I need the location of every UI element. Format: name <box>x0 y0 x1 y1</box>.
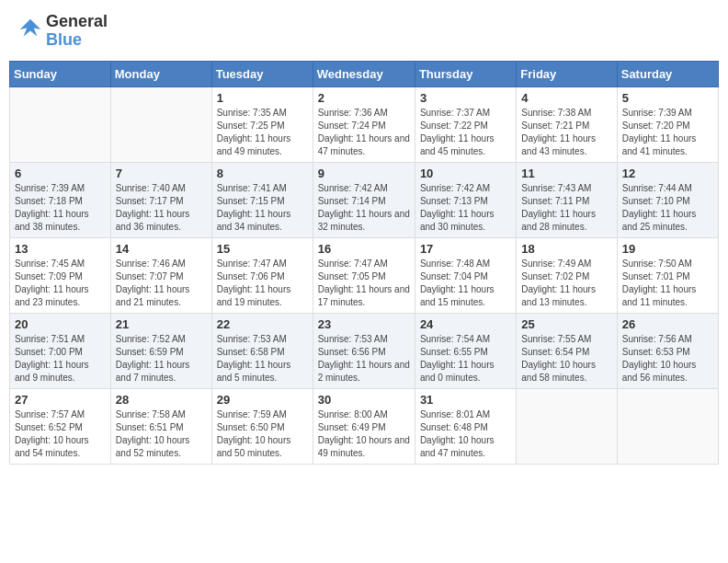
calendar-cell: 8Sunrise: 7:41 AM Sunset: 7:15 PM Daylig… <box>211 162 313 237</box>
day-info: Sunrise: 7:57 AM Sunset: 6:52 PM Dayligh… <box>15 408 106 460</box>
calendar-header-monday: Monday <box>110 61 211 86</box>
day-number: 29 <box>217 393 308 407</box>
calendar-cell: 15Sunrise: 7:47 AM Sunset: 7:06 PM Dayli… <box>211 237 313 313</box>
logo-text: General Blue <box>46 13 108 50</box>
calendar-cell: 9Sunrise: 7:42 AM Sunset: 7:14 PM Daylig… <box>313 162 415 237</box>
day-number: 4 <box>521 91 611 105</box>
day-info: Sunrise: 7:43 AM Sunset: 7:11 PM Dayligh… <box>521 182 611 234</box>
calendar-cell: 19Sunrise: 7:50 AM Sunset: 7:01 PM Dayli… <box>617 237 718 313</box>
svg-marker-0 <box>20 19 41 37</box>
calendar-cell: 25Sunrise: 7:55 AM Sunset: 6:54 PM Dayli… <box>517 313 617 388</box>
day-number: 20 <box>15 317 106 331</box>
calendar-cell: 16Sunrise: 7:47 AM Sunset: 7:05 PM Dayli… <box>313 237 415 313</box>
day-number: 16 <box>318 242 410 256</box>
calendar-cell: 29Sunrise: 7:59 AM Sunset: 6:50 PM Dayli… <box>211 388 313 464</box>
calendar-week-row: 20Sunrise: 7:51 AM Sunset: 7:00 PM Dayli… <box>10 313 719 388</box>
day-info: Sunrise: 7:58 AM Sunset: 6:51 PM Dayligh… <box>116 408 207 460</box>
calendar-cell: 7Sunrise: 7:40 AM Sunset: 7:17 PM Daylig… <box>110 162 211 237</box>
calendar-cell: 1Sunrise: 7:35 AM Sunset: 7:25 PM Daylig… <box>211 86 313 162</box>
calendar-cell: 21Sunrise: 7:52 AM Sunset: 6:59 PM Dayli… <box>110 313 211 388</box>
day-number: 30 <box>318 393 410 407</box>
day-info: Sunrise: 7:50 AM Sunset: 7:01 PM Dayligh… <box>622 258 713 309</box>
calendar-cell <box>10 86 111 162</box>
calendar-header-saturday: Saturday <box>617 61 718 86</box>
calendar-header-wednesday: Wednesday <box>313 61 415 86</box>
day-number: 22 <box>217 317 308 331</box>
day-info: Sunrise: 7:37 AM Sunset: 7:22 PM Dayligh… <box>420 107 511 158</box>
logo: General Blue <box>17 13 108 50</box>
day-number: 28 <box>116 393 207 407</box>
calendar-cell: 4Sunrise: 7:38 AM Sunset: 7:21 PM Daylig… <box>517 86 617 162</box>
day-info: Sunrise: 7:45 AM Sunset: 7:09 PM Dayligh… <box>15 258 106 309</box>
calendar-cell: 23Sunrise: 7:53 AM Sunset: 6:56 PM Dayli… <box>313 313 415 388</box>
calendar-cell <box>517 388 617 464</box>
calendar-cell: 26Sunrise: 7:56 AM Sunset: 6:53 PM Dayli… <box>617 313 718 388</box>
day-number: 2 <box>318 91 410 105</box>
day-number: 10 <box>420 167 511 180</box>
calendar-cell: 30Sunrise: 8:00 AM Sunset: 6:49 PM Dayli… <box>313 388 415 464</box>
day-info: Sunrise: 7:42 AM Sunset: 7:13 PM Dayligh… <box>420 182 511 234</box>
day-number: 3 <box>420 91 511 105</box>
calendar-header-tuesday: Tuesday <box>211 61 313 86</box>
calendar-cell: 5Sunrise: 7:39 AM Sunset: 7:20 PM Daylig… <box>617 86 718 162</box>
day-info: Sunrise: 7:53 AM Sunset: 6:56 PM Dayligh… <box>318 333 410 385</box>
day-number: 7 <box>116 167 207 180</box>
day-number: 31 <box>420 393 511 407</box>
day-info: Sunrise: 7:40 AM Sunset: 7:17 PM Dayligh… <box>116 182 207 234</box>
page-header: General Blue <box>9 9 719 53</box>
calendar-cell: 27Sunrise: 7:57 AM Sunset: 6:52 PM Dayli… <box>10 388 111 464</box>
day-number: 27 <box>15 393 106 407</box>
calendar-cell: 3Sunrise: 7:37 AM Sunset: 7:22 PM Daylig… <box>415 86 516 162</box>
calendar-cell: 31Sunrise: 8:01 AM Sunset: 6:48 PM Dayli… <box>415 388 516 464</box>
calendar-cell: 2Sunrise: 7:36 AM Sunset: 7:24 PM Daylig… <box>313 86 415 162</box>
day-number: 11 <box>521 167 611 180</box>
day-number: 12 <box>622 167 713 180</box>
calendar-cell: 11Sunrise: 7:43 AM Sunset: 7:11 PM Dayli… <box>517 162 617 237</box>
day-number: 25 <box>521 317 611 331</box>
day-info: Sunrise: 7:59 AM Sunset: 6:50 PM Dayligh… <box>217 408 308 460</box>
day-info: Sunrise: 7:53 AM Sunset: 6:58 PM Dayligh… <box>217 333 308 385</box>
day-info: Sunrise: 7:41 AM Sunset: 7:15 PM Dayligh… <box>217 182 308 234</box>
day-number: 24 <box>420 317 511 331</box>
calendar-header-thursday: Thursday <box>415 61 516 86</box>
day-info: Sunrise: 7:36 AM Sunset: 7:24 PM Dayligh… <box>318 107 410 158</box>
day-info: Sunrise: 7:56 AM Sunset: 6:53 PM Dayligh… <box>622 333 713 385</box>
calendar-cell: 18Sunrise: 7:49 AM Sunset: 7:02 PM Dayli… <box>517 237 617 313</box>
day-info: Sunrise: 7:42 AM Sunset: 7:14 PM Dayligh… <box>318 182 410 234</box>
day-info: Sunrise: 7:48 AM Sunset: 7:04 PM Dayligh… <box>420 258 511 309</box>
day-number: 13 <box>15 242 106 256</box>
day-info: Sunrise: 7:51 AM Sunset: 7:00 PM Dayligh… <box>15 333 106 385</box>
day-number: 26 <box>622 317 713 331</box>
day-info: Sunrise: 7:55 AM Sunset: 6:54 PM Dayligh… <box>521 333 611 385</box>
day-number: 21 <box>116 317 207 331</box>
calendar-cell: 20Sunrise: 7:51 AM Sunset: 7:00 PM Dayli… <box>10 313 111 388</box>
day-info: Sunrise: 7:38 AM Sunset: 7:21 PM Dayligh… <box>521 107 611 158</box>
day-number: 5 <box>622 91 713 105</box>
calendar-cell: 24Sunrise: 7:54 AM Sunset: 6:55 PM Dayli… <box>415 313 516 388</box>
day-number: 9 <box>318 167 410 180</box>
calendar-cell: 17Sunrise: 7:48 AM Sunset: 7:04 PM Dayli… <box>415 237 516 313</box>
calendar-cell: 12Sunrise: 7:44 AM Sunset: 7:10 PM Dayli… <box>617 162 718 237</box>
calendar-cell: 22Sunrise: 7:53 AM Sunset: 6:58 PM Dayli… <box>211 313 313 388</box>
calendar-cell: 28Sunrise: 7:58 AM Sunset: 6:51 PM Dayli… <box>110 388 211 464</box>
day-info: Sunrise: 7:35 AM Sunset: 7:25 PM Dayligh… <box>217 107 308 158</box>
day-number: 17 <box>420 242 511 256</box>
calendar-table: SundayMondayTuesdayWednesdayThursdayFrid… <box>9 61 719 465</box>
calendar-cell <box>617 388 718 464</box>
calendar-cell: 13Sunrise: 7:45 AM Sunset: 7:09 PM Dayli… <box>10 237 111 313</box>
calendar-header-friday: Friday <box>517 61 617 86</box>
day-info: Sunrise: 7:54 AM Sunset: 6:55 PM Dayligh… <box>420 333 511 385</box>
calendar-cell: 14Sunrise: 7:46 AM Sunset: 7:07 PM Dayli… <box>110 237 211 313</box>
calendar-cell <box>110 86 211 162</box>
day-info: Sunrise: 8:00 AM Sunset: 6:49 PM Dayligh… <box>318 408 410 460</box>
calendar-week-row: 6Sunrise: 7:39 AM Sunset: 7:18 PM Daylig… <box>10 162 719 237</box>
day-number: 1 <box>217 91 308 105</box>
day-number: 18 <box>521 242 611 256</box>
calendar-week-row: 1Sunrise: 7:35 AM Sunset: 7:25 PM Daylig… <box>10 86 719 162</box>
day-info: Sunrise: 7:47 AM Sunset: 7:06 PM Dayligh… <box>217 258 308 309</box>
day-info: Sunrise: 7:44 AM Sunset: 7:10 PM Dayligh… <box>622 182 713 234</box>
day-info: Sunrise: 7:39 AM Sunset: 7:18 PM Dayligh… <box>15 182 106 234</box>
calendar-week-row: 27Sunrise: 7:57 AM Sunset: 6:52 PM Dayli… <box>10 388 719 464</box>
day-info: Sunrise: 7:52 AM Sunset: 6:59 PM Dayligh… <box>116 333 207 385</box>
day-info: Sunrise: 8:01 AM Sunset: 6:48 PM Dayligh… <box>420 408 511 460</box>
